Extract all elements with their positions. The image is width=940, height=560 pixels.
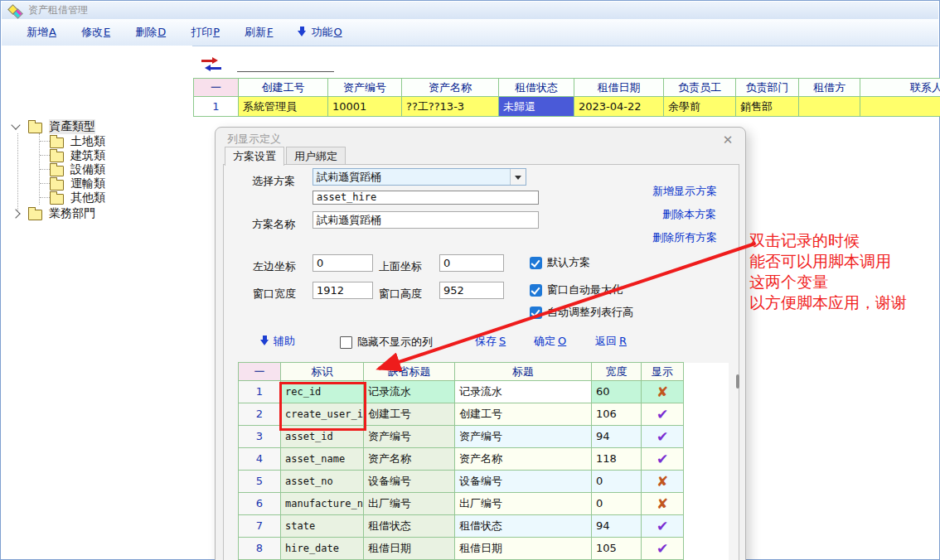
- table-row-number[interactable]: 5: [238, 471, 281, 493]
- grid-cell[interactable]: [799, 97, 860, 117]
- field-identifier-cell[interactable]: asset_no: [281, 471, 364, 493]
- table-row-number[interactable]: 8: [238, 538, 281, 560]
- tree-item-4[interactable]: 其他類: [50, 191, 105, 205]
- field-identifier-cell[interactable]: state: [281, 515, 364, 538]
- toolbar-item-functions[interactable]: 功能O: [298, 25, 342, 40]
- field-identifier-cell[interactable]: manufacture_no: [281, 493, 364, 515]
- grid-column-header[interactable]: 资产编号: [328, 78, 402, 97]
- tree-item-label[interactable]: 建筑類: [70, 148, 105, 163]
- visible-check-icon[interactable]: ✔: [642, 515, 684, 538]
- table-column-header[interactable]: 显示: [642, 362, 684, 381]
- visible-check-icon[interactable]: ✔: [642, 426, 684, 448]
- grid-cell[interactable]: ??工??13-3: [402, 97, 499, 117]
- tree-item-label[interactable]: 設備類: [70, 162, 105, 177]
- scheme-link-0[interactable]: 新增显示方案: [652, 184, 717, 199]
- title-cell[interactable]: 租借状态: [455, 515, 592, 538]
- width-cell[interactable]: 105: [592, 538, 642, 560]
- filter-underline[interactable]: [237, 71, 334, 72]
- table-row-number[interactable]: 2: [238, 403, 281, 426]
- visible-cross-icon[interactable]: ✘: [642, 381, 684, 403]
- grid-column-header[interactable]: 资产名称: [402, 78, 499, 97]
- toolbar-item-new[interactable]: 新增A: [27, 25, 56, 40]
- field-identifier-cell[interactable]: hire_date: [281, 538, 364, 560]
- tab-user-binding[interactable]: 用户綁定: [286, 147, 346, 165]
- dialog-title[interactable]: 列显示定义: [227, 132, 281, 147]
- title-cell[interactable]: 设备编号: [455, 471, 592, 493]
- checkbox-icon[interactable]: [530, 284, 542, 297]
- title-cell[interactable]: 创建工号: [455, 403, 592, 426]
- toolbar-item-delete[interactable]: 删除D: [135, 25, 166, 40]
- width-cell[interactable]: 0: [592, 493, 642, 515]
- chevron-right-icon[interactable]: [11, 209, 20, 218]
- grid-column-header[interactable]: 负责员工: [664, 78, 736, 97]
- window-height-input[interactable]: 952: [439, 282, 504, 299]
- tree-item-root2[interactable]: 業務部門: [12, 206, 95, 220]
- window-titlebar[interactable]: 资产租借管理: [2, 2, 938, 20]
- toolbar-item-print[interactable]: 打印P: [191, 25, 220, 40]
- visible-check-icon[interactable]: ✔: [642, 448, 684, 471]
- grid-column-header[interactable]: 租借日期: [574, 78, 664, 97]
- grid-cell[interactable]: [860, 97, 940, 117]
- toolbar-item-edit[interactable]: 修改E: [81, 25, 110, 40]
- tree-item-0[interactable]: 土地類: [50, 134, 105, 148]
- option-checkbox-1[interactable]: 窗口自动最大化: [530, 282, 623, 297]
- default-title-cell[interactable]: 记录流水: [364, 381, 455, 403]
- transfer-arrows-icon[interactable]: [201, 58, 221, 70]
- close-icon[interactable]: ✕: [720, 133, 735, 147]
- back-button[interactable]: 返回R: [595, 334, 627, 349]
- title-cell[interactable]: 租借日期: [455, 538, 592, 560]
- grid-column-header[interactable]: 创建工号: [239, 78, 328, 97]
- grid-column-header[interactable]: 联系人: [860, 78, 940, 97]
- tree-item-2[interactable]: 設備類: [50, 162, 105, 176]
- option-checkbox-2[interactable]: 自动调整列表行高: [530, 305, 633, 320]
- grid-cell[interactable]: 10001: [328, 97, 402, 117]
- default-title-cell[interactable]: 资产编号: [364, 426, 455, 448]
- hide-columns-checkbox[interactable]: 隐藏不显示的列: [340, 335, 433, 350]
- dropdown-button[interactable]: [510, 169, 526, 185]
- table-column-header[interactable]: 缺省标题: [364, 362, 455, 381]
- tree-item-label[interactable]: 資產類型: [49, 119, 95, 134]
- option-checkbox-0[interactable]: 默认方案: [530, 255, 590, 270]
- table-column-header[interactable]: 宽度: [592, 362, 642, 381]
- table-row-number[interactable]: 4: [238, 448, 281, 471]
- ok-button[interactable]: 确定O: [534, 334, 566, 349]
- table-row-number[interactable]: 7: [238, 515, 281, 538]
- table-row-number[interactable]: 1: [238, 381, 281, 403]
- default-title-cell[interactable]: 创建工号: [364, 403, 455, 426]
- visible-cross-icon[interactable]: ✘: [642, 493, 684, 515]
- tree-item-label[interactable]: 土地類: [70, 134, 105, 149]
- aux-button[interactable]: 辅助: [260, 334, 295, 349]
- default-title-cell[interactable]: 租借状态: [364, 515, 455, 538]
- title-cell[interactable]: 出厂编号: [455, 493, 592, 515]
- grid-column-header[interactable]: 租借方: [799, 78, 860, 97]
- tree-item-label[interactable]: 業務部門: [49, 206, 95, 221]
- table-column-header[interactable]: 标题: [455, 362, 592, 381]
- grid-cell[interactable]: 2023-04-22: [574, 97, 664, 117]
- field-identifier-cell[interactable]: asset_name: [281, 448, 364, 471]
- grid-cell[interactable]: 系統管理員: [239, 97, 328, 117]
- width-cell[interactable]: 106: [592, 403, 642, 426]
- grid-column-header[interactable]: 负责部门: [736, 78, 799, 97]
- grid-cell[interactable]: 未歸還: [499, 97, 574, 117]
- width-cell[interactable]: 60: [592, 381, 642, 403]
- visible-check-icon[interactable]: ✔: [642, 538, 684, 560]
- chevron-down-icon[interactable]: [11, 120, 20, 129]
- title-cell[interactable]: 资产编号: [455, 426, 592, 448]
- left-coord-input[interactable]: 0: [313, 254, 373, 272]
- tree-item-3[interactable]: 運輸類: [50, 176, 105, 191]
- tab-scheme-settings[interactable]: 方案设置: [225, 147, 284, 166]
- tree-item-1[interactable]: 建筑類: [50, 148, 105, 162]
- visible-cross-icon[interactable]: ✘: [642, 471, 684, 493]
- table-row-number[interactable]: 3: [238, 426, 281, 448]
- width-cell[interactable]: 94: [592, 426, 642, 448]
- scheme-name-input[interactable]: 試莉遜質蹈桶: [313, 211, 539, 229]
- window-width-input[interactable]: 1912: [313, 282, 373, 299]
- grid-row-number-header[interactable]: 一: [193, 78, 239, 97]
- top-coord-input[interactable]: 0: [439, 254, 504, 272]
- width-cell[interactable]: 118: [592, 448, 642, 471]
- width-cell[interactable]: 0: [592, 471, 642, 493]
- scheme-link-1[interactable]: 删除本方案: [662, 207, 716, 222]
- tree-item-label[interactable]: 運輸類: [70, 176, 105, 191]
- scheme-link-2[interactable]: 删除所有方案: [652, 230, 717, 245]
- table-column-header[interactable]: 标识: [281, 362, 364, 381]
